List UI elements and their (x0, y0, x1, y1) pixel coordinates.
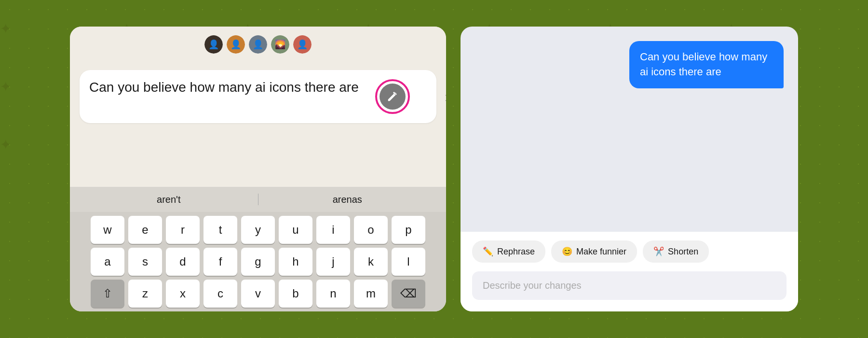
key-i[interactable]: i (316, 216, 350, 244)
key-y[interactable]: y (241, 216, 275, 244)
key-g[interactable]: g (241, 248, 275, 276)
key-o[interactable]: o (354, 216, 388, 244)
key-z[interactable]: z (128, 280, 162, 308)
avatar-row: 👤 👤 👤 🌄 👤 (203, 34, 312, 55)
key-row-3: ⇧ z x c v b n m ⌫ (73, 280, 443, 308)
key-a[interactable]: a (91, 248, 124, 276)
key-r[interactable]: r (166, 216, 200, 244)
left-panel: 👤 👤 👤 🌄 👤 Can you believe how many ai ic… (70, 27, 446, 311)
pencil-star-icon (386, 90, 399, 103)
rephrase-label: Rephrase (497, 247, 535, 257)
shorten-button[interactable]: ✂️ Shorten (643, 240, 709, 263)
imessage-text: Can you believe how many ai icons there … (640, 51, 767, 78)
message-text: Can you believe how many ai icons there … (89, 80, 359, 95)
key-j[interactable]: j (316, 248, 350, 276)
key-l[interactable]: l (392, 248, 425, 276)
key-b[interactable]: b (279, 280, 312, 308)
key-c[interactable]: c (203, 280, 237, 308)
avatar-2: 👤 (226, 34, 246, 55)
key-f[interactable]: f (203, 248, 237, 276)
shorten-label: Shorten (668, 247, 698, 257)
key-m[interactable]: m (354, 280, 388, 308)
ai-button-ring (375, 79, 410, 114)
key-v[interactable]: v (241, 280, 275, 308)
send-button[interactable]: › (445, 88, 446, 106)
avatar-1: 👤 (203, 34, 224, 55)
avatar-header: 👤 👤 👤 🌄 👤 (70, 27, 446, 62)
avatar-3: 👤 (248, 34, 268, 55)
imessage-bubble: Can you believe how many ai icons there … (629, 41, 784, 88)
avatar-4: 🌄 (270, 34, 290, 55)
key-k[interactable]: k (354, 248, 388, 276)
imessage-body: Can you believe how many ai icons there … (461, 27, 798, 232)
keyboard: w e r t y u i o p a s d f g h j k l (70, 212, 446, 311)
key-h[interactable]: h (279, 248, 312, 276)
key-p[interactable]: p (392, 216, 425, 244)
key-backspace[interactable]: ⌫ (392, 280, 425, 308)
key-s[interactable]: s (128, 248, 162, 276)
avatar-5: 👤 (292, 34, 312, 55)
ai-button-container (375, 79, 410, 114)
key-x[interactable]: x (166, 280, 200, 308)
pencil-icon: ✏️ (483, 246, 493, 257)
autocomplete-item-1[interactable]: aren't (80, 194, 258, 205)
make-funnier-label: Make funnier (576, 247, 626, 257)
key-u[interactable]: u (279, 216, 312, 244)
scissors-icon: ✂️ (653, 246, 664, 257)
make-funnier-button[interactable]: 😊 Make funnier (551, 240, 637, 263)
describe-changes-input[interactable] (472, 271, 787, 300)
ai-edit-button[interactable] (380, 84, 406, 110)
key-e[interactable]: e (128, 216, 162, 244)
key-d[interactable]: d (166, 248, 200, 276)
key-t[interactable]: t (203, 216, 237, 244)
key-shift[interactable]: ⇧ (91, 280, 124, 308)
autocomplete-item-2[interactable]: arenas (258, 194, 437, 205)
right-panel: Can you believe how many ai icons there … (461, 27, 798, 311)
key-n[interactable]: n (316, 280, 350, 308)
message-input-area: Can you believe how many ai icons there … (70, 62, 446, 187)
key-w[interactable]: w (91, 216, 124, 244)
rephrase-button[interactable]: ✏️ Rephrase (472, 240, 545, 263)
keyboard-area: aren't arenas w e r t y u i o p a s d f (70, 187, 446, 311)
key-row-1: w e r t y u i o p (73, 216, 443, 244)
key-row-2: a s d f g h j k l (73, 248, 443, 276)
ai-toolbar: ✏️ Rephrase 😊 Make funnier ✂️ Shorten (461, 232, 798, 271)
describe-input-area (461, 271, 798, 311)
message-bubble[interactable]: Can you believe how many ai icons there … (80, 70, 436, 123)
autocomplete-bar: aren't arenas (70, 187, 446, 212)
smiley-icon: 😊 (562, 246, 572, 257)
